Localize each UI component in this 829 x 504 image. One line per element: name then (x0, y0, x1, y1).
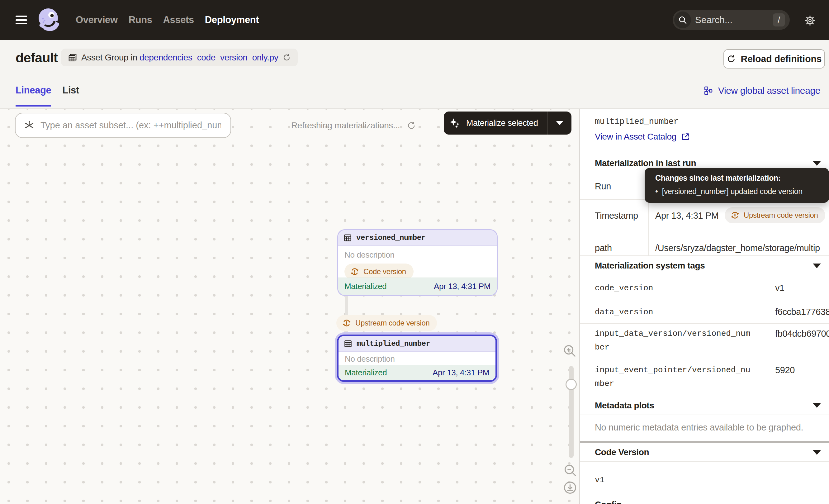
system-tag-value: 5920 (775, 365, 795, 375)
system-tag-row: code_version v1 (580, 276, 829, 300)
download-image-icon[interactable] (563, 481, 577, 496)
view-in-asset-catalog-link[interactable]: View in Asset Catalog (595, 132, 690, 142)
system-tag-row: input_event_pointer/versioned_number 592… (580, 360, 829, 396)
row-key: path (595, 243, 612, 253)
lineage-graph-icon (703, 86, 713, 96)
row-key: Run (595, 181, 611, 191)
asset-node-description: No description (338, 352, 496, 364)
asset-filter-input[interactable] (40, 120, 221, 131)
section-materialization-system-tags[interactable]: Materialization system tags (580, 256, 829, 276)
view-tabs: Lineage List (15, 85, 79, 107)
reload-definitions-label: Reload definitions (741, 53, 822, 64)
code-version-icon (730, 211, 740, 220)
materialized-status: Materialized (345, 368, 387, 377)
zoom-in-icon[interactable] (562, 343, 576, 359)
section-title: Config (595, 500, 622, 504)
asset-group-badge: Asset Group in dependencies_code_version… (61, 48, 298, 66)
tag-label: Upstream code version (355, 319, 429, 327)
zoom-out-icon[interactable] (563, 463, 577, 478)
materialize-selected-label: Materialize selected (466, 118, 538, 128)
system-tag-key: data_version (595, 305, 653, 319)
panel-splitter-handle[interactable] (580, 441, 829, 443)
top-navigation-bar: Overview Runs Assets Deployment / (0, 0, 829, 40)
chevron-down-icon (556, 121, 563, 125)
metadata-plots-empty-text: No numeric metadata entries available to… (595, 422, 803, 433)
section-title: Metadata plots (595, 401, 654, 410)
timestamp-value: Apr 13, 4:31 PM (655, 211, 719, 221)
code-version-icon (350, 267, 359, 276)
asset-group-icon (68, 53, 77, 62)
materialized-status: Materialized (345, 282, 387, 291)
row-key: Timestamp (595, 211, 638, 221)
refreshing-status: Refreshing materializations... (291, 120, 416, 131)
global-lineage-label: View global asset lineage (718, 85, 820, 96)
external-link-icon (681, 132, 690, 141)
asset-node-versioned-number[interactable]: versioned_number No description Code ver… (337, 229, 498, 296)
asset-node-multiplied-number-selection-halo: multiplied_number No description Materia… (335, 332, 499, 384)
asset-group-file-link[interactable]: dependencies_code_version_only.py (140, 52, 279, 62)
search-icon (674, 11, 691, 28)
search-box[interactable]: / (673, 10, 790, 30)
asset-node-footer: Materialized Apr 13, 4:31 PM (338, 278, 497, 295)
asset-filter-input-wrap (15, 113, 231, 138)
chevron-down-icon (813, 403, 821, 408)
asset-group-prefix: Asset Group in (81, 52, 137, 62)
primary-nav: Overview Runs Assets Deployment (76, 0, 259, 40)
settings-gear-icon[interactable] (804, 15, 815, 26)
refreshing-label: Refreshing materializations... (291, 120, 400, 131)
view-global-asset-lineage-link[interactable]: View global asset lineage (703, 85, 820, 96)
last-run-row-path: path /Users/sryza/dagster_home/storage/m… (580, 240, 829, 256)
hamburger-menu-icon[interactable] (15, 15, 27, 24)
sparkle-icon (449, 117, 461, 129)
page-header: default Asset Group in dependencies_code… (0, 40, 829, 109)
section-metadata-plots[interactable]: Metadata plots (580, 396, 829, 415)
nav-item-assets[interactable]: Assets (163, 14, 194, 26)
path-link[interactable]: /Users/sryza/dagster_home/storage/multip (655, 243, 820, 253)
search-input[interactable] (695, 10, 764, 30)
upstream-code-version-tag: Upstream code version (336, 315, 437, 331)
dagster-logo[interactable] (37, 8, 61, 32)
materialized-time: Apr 13, 4:31 PM (434, 282, 491, 291)
materialize-selected-button[interactable]: Materialize selected (444, 111, 572, 135)
code-version-icon (342, 318, 351, 328)
asset-node-name: multiplied_number (357, 339, 430, 348)
chevron-down-icon (813, 450, 821, 455)
reload-definitions-button[interactable]: Reload definitions (723, 49, 825, 69)
asset-node-header: multiplied_number (338, 336, 496, 352)
catalog-link-label: View in Asset Catalog (595, 132, 676, 142)
tag-label: Upstream code version (744, 211, 818, 220)
system-tag-value: f6ccba177638 (775, 307, 829, 317)
asset-node-multiplied-number[interactable]: multiplied_number No description Materia… (337, 334, 497, 382)
refresh-icon[interactable] (407, 121, 416, 130)
metadata-plots-empty: No numeric metadata entries available to… (580, 415, 829, 441)
search-shortcut-badge: / (773, 13, 785, 27)
asset-graph-canvas[interactable]: Refreshing materializations... Materiali… (0, 109, 579, 504)
system-tag-key: code_version (595, 281, 653, 295)
section-config[interactable]: Config (580, 498, 829, 504)
code-version-value-row: v1 (580, 462, 829, 498)
asset-node-header: versioned_number (338, 230, 497, 246)
section-code-version[interactable]: Code Version (580, 443, 829, 462)
asset-node-description: No description (338, 246, 497, 260)
tooltip-title: Changes since last materialization: (655, 174, 829, 183)
section-title: Code Version (595, 447, 649, 457)
table-icon (344, 339, 352, 348)
materialize-dropdown-caret[interactable] (547, 111, 572, 135)
chevron-down-icon (813, 263, 821, 268)
tooltip-item: • [versioned_number] updated code versio… (655, 187, 829, 196)
nav-item-overview[interactable]: Overview (76, 14, 118, 26)
nav-item-deployment[interactable]: Deployment (205, 14, 259, 26)
zoom-slider-handle[interactable] (566, 379, 577, 390)
asset-node-footer: Materialized Apr 13, 4:31 PM (338, 365, 496, 380)
refresh-icon[interactable] (283, 53, 291, 62)
system-tag-value: fb04dcb69700 (775, 329, 829, 339)
tab-lineage[interactable]: Lineage (15, 85, 51, 107)
section-title: Materialization system tags (595, 261, 705, 271)
tab-list[interactable]: List (62, 85, 79, 107)
asset-details-panel: multiplied_number View in Asset Catalog … (579, 109, 829, 504)
table-icon (344, 233, 352, 242)
system-tag-value: v1 (775, 283, 785, 293)
selected-asset-name: multiplied_number (595, 117, 679, 127)
nav-item-runs[interactable]: Runs (129, 14, 152, 26)
chevron-down-icon (813, 161, 821, 166)
